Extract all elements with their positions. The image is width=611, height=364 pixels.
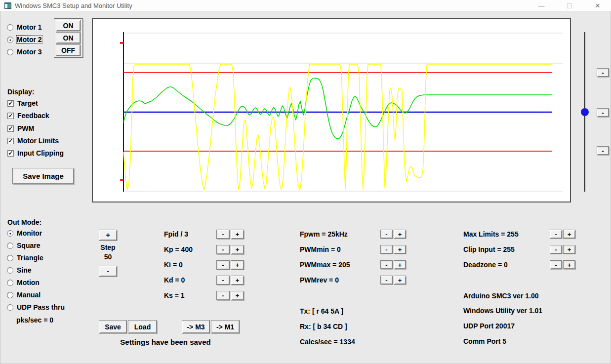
save-button[interactable]: Save (99, 320, 127, 333)
clip-mark (120, 179, 123, 181)
motor-2-power-button[interactable]: ON (56, 32, 81, 43)
radio-motor-1[interactable] (7, 24, 13, 31)
app-icon (4, 2, 11, 9)
checkbox-pwm[interactable]: ✓ (7, 125, 14, 132)
radio-sine[interactable] (7, 267, 13, 274)
fpid-label: Fpid / 3 (164, 230, 188, 238)
square-label: Square (17, 242, 40, 249)
motor-3-power-button[interactable]: OFF (56, 44, 81, 56)
ki-plus-button[interactable]: + (231, 260, 244, 270)
checkbox-feedback[interactable]: ✓ (7, 113, 14, 119)
load-button[interactable]: Load (128, 320, 157, 333)
out-mode-manual-row: Manual (7, 291, 41, 298)
pwmmin-label: PWMmin = 0 (300, 245, 341, 253)
target-slider-handle[interactable] (581, 108, 589, 116)
motion-label: Motion (17, 279, 40, 286)
max-limits-minus-button[interactable]: - (550, 230, 562, 239)
pwm-label: PWM (17, 124, 34, 132)
clip-input-plus-button[interactable]: + (563, 245, 575, 254)
close-icon: ✕ (595, 2, 601, 9)
motor-2-row: ● Motor 2 (7, 36, 42, 43)
check-icon: ✓ (8, 126, 13, 131)
out-mode-sine-row: Sine (7, 267, 32, 274)
pwmmin-minus-button[interactable]: - (380, 245, 393, 254)
ks-plus-button[interactable]: + (231, 291, 244, 300)
kp-minus-button[interactable]: - (216, 245, 230, 254)
motor-3-label: Motor 3 (17, 48, 42, 56)
ki-minus-button[interactable]: - (216, 260, 230, 270)
radio-square[interactable] (7, 243, 13, 249)
arduino-version: Arduino SMC3 ver 1.00 (463, 292, 539, 300)
calcs-per-sec-value: Calcs/sec = 1334 (300, 338, 355, 346)
ks-label: Ks = 1 (164, 291, 185, 299)
motor-1-power-button[interactable]: ON (56, 20, 81, 31)
pwmmax-minus-button[interactable]: - (380, 260, 393, 269)
check-icon: ✓ (8, 101, 13, 106)
radio-monitor[interactable]: ● (7, 230, 13, 237)
radio-dot: ● (9, 38, 11, 41)
feedback-label: Feedback (17, 112, 49, 120)
app-window: { "window": { "title": "Windows SMC3 Set… (0, 0, 611, 364)
display-motor-limits-row: ✓ Motor Limits (7, 137, 59, 144)
lower-limit-minus-button[interactable]: - (597, 146, 609, 155)
fpwm-plus-button[interactable]: + (394, 230, 406, 239)
motor-1-label: Motor 1 (17, 23, 42, 31)
deadzone-plus-button[interactable]: + (563, 260, 575, 269)
maximize-button[interactable] (562, 0, 577, 11)
deadzone-label: Deadzone = 0 (463, 261, 508, 269)
out-mode-monitor-row: ● Monitor (7, 230, 42, 237)
out-mode-square-row: Square (7, 242, 40, 249)
out-mode-section-label: Out Mode: (7, 218, 41, 226)
checkbox-target[interactable]: ✓ (7, 100, 14, 107)
checkbox-input-clipping[interactable]: ✓ (7, 150, 14, 157)
title-bar: Windows SMC3 Setup and Monitor Utility —… (0, 0, 611, 11)
send-to-m3-button[interactable]: -> M3 (182, 320, 210, 333)
radio-udp-pass-thru[interactable] (7, 304, 13, 311)
pwmrev-minus-button[interactable]: - (380, 276, 393, 284)
max-limits-plus-button[interactable]: + (563, 230, 575, 239)
chart-svg (93, 19, 570, 202)
minimize-button[interactable]: — (534, 0, 549, 11)
step-plus-button[interactable]: + (99, 230, 117, 241)
radio-manual[interactable] (7, 292, 13, 298)
fpid-plus-button[interactable]: + (231, 230, 244, 239)
step-value: 50 (96, 253, 120, 261)
triangle-label: Triangle (17, 254, 43, 262)
check-icon: ✓ (8, 138, 13, 144)
kd-minus-button[interactable]: - (216, 276, 230, 285)
monitor-label: Monitor (17, 229, 42, 237)
radio-motion[interactable] (7, 280, 13, 286)
target-minus-button[interactable]: - (597, 108, 609, 117)
radio-triangle[interactable] (7, 255, 13, 261)
deadzone-minus-button[interactable]: - (550, 260, 562, 269)
kp-plus-button[interactable]: + (231, 245, 244, 254)
save-image-button[interactable]: Save Image (12, 168, 74, 184)
send-to-m1-button[interactable]: -> M1 (211, 320, 240, 333)
fpid-minus-button[interactable]: - (216, 230, 230, 239)
check-icon: ✓ (8, 113, 13, 119)
pwmmax-label: PWMmax = 205 (300, 261, 350, 269)
checkbox-motor-limits[interactable]: ✓ (7, 138, 14, 144)
manual-label: Manual (17, 291, 41, 299)
comm-port: Comm Port 5 (463, 337, 506, 345)
out-mode-motion-row: Motion (7, 279, 40, 286)
step-minus-button[interactable]: - (99, 266, 117, 277)
target-label: Target (17, 99, 38, 107)
pwmmin-plus-button[interactable]: + (394, 245, 406, 254)
fpwm-minus-button[interactable]: - (380, 230, 393, 239)
pwmmax-plus-button[interactable]: + (394, 260, 406, 269)
close-button[interactable]: ✕ (590, 0, 605, 11)
udp-port: UDP Port 20017 (463, 322, 515, 330)
display-pwm-row: ✓ PWM (7, 125, 34, 132)
radio-motor-3[interactable] (7, 49, 13, 55)
display-section-label: Display: (7, 88, 34, 96)
feedback-trace (123, 78, 552, 139)
input-clipping-label: Input Clipping (17, 149, 64, 157)
radio-motor-2[interactable]: ● (7, 37, 13, 43)
ks-minus-button[interactable]: - (216, 291, 230, 300)
clip-input-minus-button[interactable]: - (550, 245, 562, 254)
upper-limit-minus-button[interactable]: - (597, 68, 609, 77)
motor-2-label: Motor 2 (17, 36, 42, 43)
kd-plus-button[interactable]: + (231, 276, 244, 285)
pwmrev-plus-button[interactable]: + (394, 276, 406, 284)
